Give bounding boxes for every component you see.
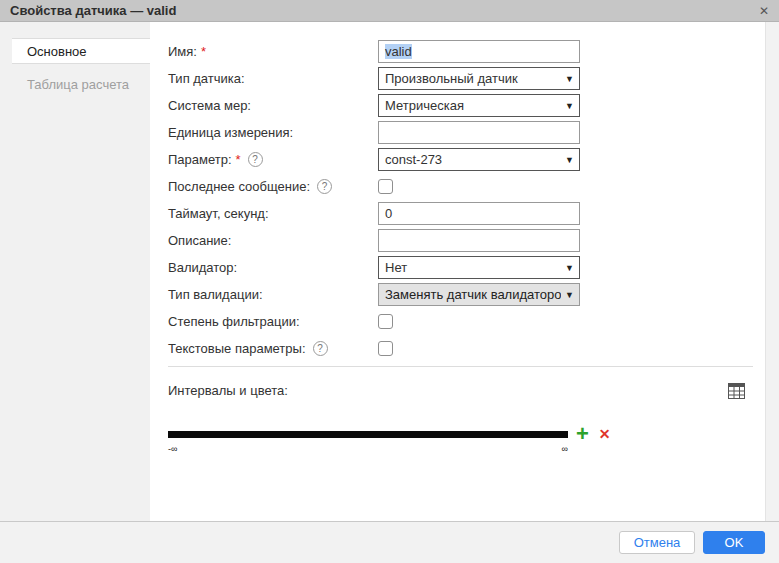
form: Имя:*validТип датчика:Произвольный датчи… [168, 40, 753, 360]
field-label-text: Тип валидации: [168, 287, 263, 302]
parameter-help-icon[interactable]: ? [248, 152, 263, 167]
field-row-unit: Единица измерения: [168, 121, 753, 144]
close-button[interactable]: ✕ [751, 4, 769, 18]
parameter-select[interactable]: const-273▼ [378, 148, 580, 171]
intervals-label: Интервалы и цвета: [168, 383, 288, 398]
select-value: Заменять датчик валидатором [385, 287, 561, 302]
field-row-last-message: Последнее сообщение:? [168, 175, 753, 198]
last-message-checkbox[interactable] [378, 179, 393, 194]
field-row-description: Описание: [168, 229, 753, 252]
field-row-measure-system: Система мер:Метрическая▼ [168, 94, 753, 117]
parameter-control: const-273▼ [378, 148, 580, 171]
field-label-text: Тип датчика: [168, 71, 245, 86]
required-asterisk: * [201, 44, 206, 59]
measure-system-control: Метрическая▼ [378, 94, 580, 117]
field-label-text: Единица измерения: [168, 125, 293, 140]
close-icon: ✕ [759, 4, 769, 18]
tab-label: Основное [27, 44, 87, 59]
text-parameters-checkbox[interactable] [378, 341, 393, 356]
field-label-text: Таймаут, секунд: [168, 206, 269, 221]
ok-button[interactable]: OK [703, 531, 765, 554]
validation-type-label: Тип валидации: [168, 283, 378, 306]
sensor-type-label: Тип датчика: [168, 67, 378, 90]
dialog-titlebar: Свойства датчика — valid ✕ [0, 0, 779, 22]
validator-label: Валидатор: [168, 256, 378, 279]
field-row-sensor-type: Тип датчика:Произвольный датчик▼ [168, 67, 753, 90]
tab-label: Таблица расчета [27, 77, 129, 92]
unit-control [378, 121, 580, 144]
dialog-body: Основное Таблица расчета Имя:*validТип д… [0, 22, 779, 521]
sensor-type-control: Произвольный датчик▼ [378, 67, 580, 90]
validation-type-select: Заменять датчик валидатором▼ [378, 283, 580, 306]
select-value: Метрическая [385, 98, 561, 113]
dialog-title: Свойства датчика — valid [10, 3, 176, 18]
intervals-range-labels: -∞ ∞ [168, 444, 568, 454]
dialog-footer: Отмена OK [0, 521, 779, 563]
last-message-control [378, 175, 393, 198]
field-label-text: Последнее сообщение: [168, 179, 310, 194]
description-control [378, 229, 580, 252]
description-input[interactable] [378, 229, 580, 252]
timeout-input[interactable]: 0 [378, 202, 580, 225]
intervals-bar-row: + ✕ [168, 426, 753, 442]
filtering-degree-control [378, 310, 393, 333]
name-control: valid [378, 40, 580, 63]
chevron-down-icon: ▼ [565, 263, 574, 273]
timeout-label: Таймаут, секунд: [168, 202, 378, 225]
input-value: 0 [385, 206, 392, 221]
field-row-name: Имя:*valid [168, 40, 753, 63]
field-label-text: Степень фильтрации: [168, 314, 300, 329]
timeout-control: 0 [378, 202, 580, 225]
validation-type-control: Заменять датчик валидатором▼ [378, 283, 580, 306]
chevron-down-icon: ▼ [565, 155, 574, 165]
measure-system-label: Система мер: [168, 94, 378, 117]
field-row-timeout: Таймаут, секунд:0 [168, 202, 753, 225]
input-value: valid [385, 44, 412, 59]
parameter-label: Параметр:*? [168, 148, 378, 171]
name-label: Имя:* [168, 40, 378, 63]
chevron-down-icon: ▼ [565, 101, 574, 111]
field-row-text-parameters: Текстовые параметры:? [168, 337, 753, 360]
field-label-text: Параметр: [168, 152, 232, 167]
measure-system-select[interactable]: Метрическая▼ [378, 94, 580, 117]
field-label-text: Текстовые параметры: [168, 341, 306, 356]
remove-interval-button[interactable]: ✕ [599, 426, 611, 442]
validator-select[interactable]: Нет▼ [378, 256, 580, 279]
field-label-text: Система мер: [168, 98, 251, 113]
table-view-icon[interactable] [728, 383, 745, 402]
scrollbar-track[interactable] [765, 22, 779, 521]
validator-control: Нет▼ [378, 256, 580, 279]
field-row-parameter: Параметр:*?const-273▼ [168, 148, 753, 171]
field-label-text: Валидатор: [168, 260, 237, 275]
last-message-help-icon[interactable]: ? [317, 179, 332, 194]
unit-input[interactable] [378, 121, 580, 144]
name-input[interactable]: valid [378, 40, 580, 63]
filtering-degree-label: Степень фильтрации: [168, 310, 378, 333]
text-parameters-label: Текстовые параметры:? [168, 337, 378, 360]
last-message-label: Последнее сообщение:? [168, 175, 378, 198]
select-value: Произвольный датчик [385, 71, 561, 86]
field-row-validator: Валидатор:Нет▼ [168, 256, 753, 279]
section-divider [168, 366, 753, 367]
chevron-down-icon: ▼ [565, 74, 574, 84]
tab-main[interactable]: Основное [12, 38, 150, 64]
main-panel: Имя:*validТип датчика:Произвольный датчи… [150, 22, 779, 521]
neg-infinity-label: -∞ [168, 444, 177, 454]
field-row-filtering-degree: Степень фильтрации: [168, 310, 753, 333]
select-value: const-273 [385, 152, 561, 167]
cancel-button[interactable]: Отмена [619, 531, 695, 554]
field-row-validation-type: Тип валидации:Заменять датчик валидаторо… [168, 283, 753, 306]
field-label-text: Имя: [168, 44, 197, 59]
select-value: Нет [385, 260, 561, 275]
add-interval-button[interactable]: + [576, 428, 589, 440]
chevron-down-icon: ▼ [565, 290, 574, 300]
sensor-properties-dialog: Свойства датчика — valid ✕ Основное Табл… [0, 0, 779, 563]
text-parameters-help-icon[interactable]: ? [313, 341, 328, 356]
required-asterisk: * [236, 152, 241, 167]
tab-calculation-table[interactable]: Таблица расчета [12, 72, 150, 96]
intervals-section-header: Интервалы и цвета: [168, 383, 753, 402]
filtering-degree-checkbox[interactable] [378, 314, 393, 329]
intervals-bar[interactable] [168, 431, 568, 438]
text-parameters-control [378, 337, 393, 360]
sensor-type-select[interactable]: Произвольный датчик▼ [378, 67, 580, 90]
